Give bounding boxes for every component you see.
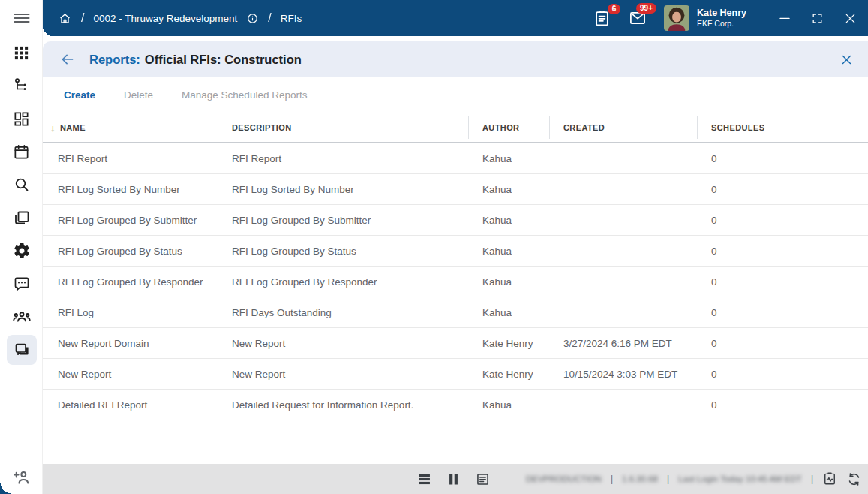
sync-icon	[846, 471, 862, 487]
manage-scheduled-reports-button[interactable]: Manage Scheduled Reports	[182, 89, 307, 101]
status-separator: |	[811, 474, 813, 484]
top-bar: / 0002 - Thruway Redevelopment / RFIs 6 …	[43, 0, 868, 36]
report-schedules: 0	[698, 215, 868, 226]
report-description: New Report	[218, 369, 469, 380]
table-row[interactable]: New Report Domain New Report Kate Henry …	[43, 328, 868, 359]
sidebar-item-dashboard[interactable]	[7, 104, 37, 134]
report-author: Kahua	[469, 307, 550, 318]
report-schedules: 0	[698, 153, 868, 164]
invite-user-button[interactable]	[11, 468, 32, 488]
sidebar-item-settings[interactable]	[7, 236, 37, 266]
sync-button[interactable]	[846, 471, 862, 487]
window-controls	[778, 11, 857, 26]
minimize-button[interactable]	[778, 11, 791, 25]
activity-clipboard-icon	[822, 471, 837, 486]
sidebar-item-calendar[interactable]	[7, 137, 37, 167]
table-row[interactable]: Detailed RFI Report Detailed Request for…	[43, 390, 868, 420]
back-button[interactable]	[59, 51, 76, 68]
table-header-row: ↓ NAME DESCRIPTION AUTHOR CREATED SCHEDU…	[43, 113, 868, 143]
sidebar-item-projects[interactable]	[7, 203, 37, 233]
table-row[interactable]: RFI Log Grouped By Submitter RFI Log Gro…	[43, 205, 868, 236]
report-author: Kahua	[469, 245, 550, 257]
user-avatar[interactable]	[664, 5, 689, 31]
status-info: DEVPRODUCTION | 1.6.30.68 | Last Login T…	[526, 464, 862, 494]
table-row[interactable]: RFI Report RFI Report Kahua 0	[43, 143, 868, 174]
report-schedules: 0	[698, 276, 868, 288]
apps-grid-icon	[13, 44, 30, 62]
messages-button[interactable]: 99+	[628, 8, 647, 28]
column-label: NAME	[60, 123, 86, 132]
report-created: 10/15/2024 3:03 PM EDT	[550, 369, 698, 380]
minimize-icon	[778, 11, 791, 25]
close-icon	[843, 11, 857, 26]
home-icon	[58, 11, 72, 26]
project-info-button[interactable]	[246, 12, 259, 25]
detail-view-button[interactable]	[475, 471, 491, 487]
breadcrumb-app[interactable]: RFIs	[281, 13, 302, 24]
user-info[interactable]: Kate Henry EKF Corp.	[697, 8, 755, 29]
create-button[interactable]: Create	[64, 89, 95, 101]
version-label: 1.6.30.68	[622, 474, 658, 483]
sidebar-item-search[interactable]	[7, 170, 37, 200]
table-row[interactable]: New Report New Report Kate Henry 10/15/2…	[43, 359, 868, 390]
report-description: RFI Report	[218, 153, 469, 164]
breadcrumb-project[interactable]: 0002 - Thruway Redevelopment	[93, 13, 237, 24]
report-author: Kate Henry	[469, 369, 550, 380]
breadcrumb-separator: /	[268, 11, 271, 25]
report-name: RFI Log	[43, 307, 218, 318]
breadcrumb: / 0002 - Thruway Redevelopment / RFIs	[58, 11, 302, 26]
report-description: New Report	[218, 338, 469, 349]
tasks-button[interactable]: 6	[593, 9, 611, 28]
table-row[interactable]: RFI Log Grouped By Responder RFI Log Gro…	[43, 267, 868, 297]
reports-table: ↓ NAME DESCRIPTION AUTHOR CREATED SCHEDU…	[43, 113, 868, 420]
maximize-button[interactable]	[811, 12, 824, 25]
page-title-text: Official RFIs: Construction	[145, 53, 302, 66]
column-header-created[interactable]: CREATED	[550, 116, 698, 139]
report-schedules: 0	[698, 338, 868, 349]
column-header-author[interactable]: AUTHOR	[469, 116, 550, 139]
column-header-name[interactable]: ↓ NAME	[43, 116, 218, 139]
user-org: EKF Corp.	[697, 19, 755, 29]
status-separator: |	[667, 474, 669, 484]
activity-log-button[interactable]	[822, 471, 837, 486]
delete-button[interactable]: Delete	[124, 89, 153, 101]
report-author: Kahua	[469, 215, 550, 226]
report-description: RFI Days Outstanding	[218, 307, 469, 318]
rows-view-icon	[416, 471, 432, 487]
sidebar-item-groups[interactable]	[7, 302, 37, 332]
environment-label: DEVPRODUCTION	[526, 474, 602, 483]
close-panel-button[interactable]	[837, 50, 856, 69]
report-name: New Report Domain	[43, 338, 218, 349]
table-row[interactable]: RFI Log Sorted By Number RFI Log Sorted …	[43, 174, 868, 205]
report-author: Kate Henry	[469, 338, 550, 349]
settings-gear-icon	[13, 242, 31, 260]
main-menu-button[interactable]	[0, 0, 43, 35]
report-description: RFI Log Grouped By Status	[218, 245, 469, 257]
column-header-schedules[interactable]: SCHEDULES	[698, 116, 868, 139]
info-icon	[246, 12, 259, 25]
close-panel-icon	[840, 53, 853, 66]
report-author: Kahua	[469, 153, 550, 164]
sidebar-item-apps[interactable]	[7, 38, 37, 68]
corner-curve-bottom	[0, 483, 11, 494]
split-view-button[interactable]	[446, 471, 461, 487]
report-author: Kahua	[469, 399, 550, 411]
sidebar-item-comments[interactable]	[7, 269, 37, 299]
table-row[interactable]: RFI Log RFI Days Outstanding Kahua 0	[43, 297, 868, 328]
reports-toolbar: Create Delete Manage Scheduled Reports	[43, 77, 868, 113]
forum-icon	[13, 341, 31, 359]
column-header-description[interactable]: DESCRIPTION	[218, 116, 469, 139]
table-row[interactable]: RFI Log Grouped By Status RFI Log Groupe…	[43, 236, 868, 267]
status-bar: DEVPRODUCTION | 1.6.30.68 | Last Login T…	[43, 464, 868, 494]
tasks-badge: 6	[608, 4, 620, 14]
report-description: Detailed Request for Information Report.	[218, 399, 469, 411]
home-button[interactable]	[58, 11, 72, 26]
report-description: RFI Log Grouped By Submitter	[218, 215, 469, 226]
list-view-button[interactable]	[416, 471, 432, 487]
report-schedules: 0	[698, 184, 868, 195]
sidebar-item-workflow[interactable]	[7, 71, 37, 101]
column-label: AUTHOR	[482, 123, 519, 132]
sidebar-item-messages-selected[interactable]	[7, 335, 37, 365]
close-window-button[interactable]	[843, 11, 857, 26]
sidebar-nav	[0, 36, 43, 366]
